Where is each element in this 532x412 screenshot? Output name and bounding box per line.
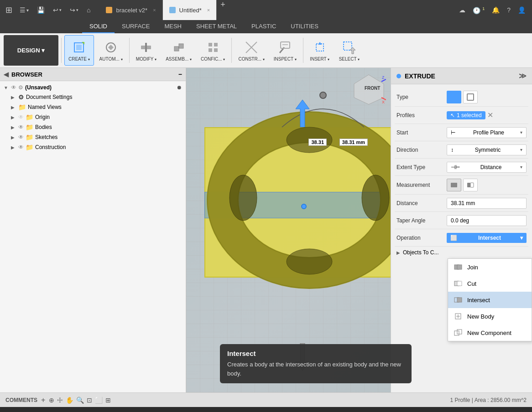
visibility-icon-sketches[interactable]: 👁: [18, 134, 24, 140]
extent-type-dropdown[interactable]: ⊣⊢ Distance ▾: [447, 162, 527, 173]
menu-item-cut[interactable]: Cut: [448, 275, 532, 292]
menu-item-intersect[interactable]: Intersect: [448, 292, 532, 308]
taper-row: Taper Angle 0.0 deg: [395, 212, 528, 229]
settings-icon-root[interactable]: ⚙: [18, 84, 23, 91]
add-comment-button[interactable]: +: [41, 396, 45, 404]
home-button[interactable]: ⌂: [84, 5, 93, 15]
tree-item-doc-settings[interactable]: ▶ ⚙ Document Settings: [0, 92, 186, 102]
tab-bracelet[interactable]: bracelet v2* ×: [99, 0, 162, 20]
record-icon[interactable]: ⏺: [177, 84, 182, 91]
save-button[interactable]: 💾: [34, 5, 47, 15]
tree-item-sketches[interactable]: ▶ 👁 📁 Sketches: [0, 132, 186, 142]
type-surface-button[interactable]: [463, 91, 478, 103]
type-solid-button[interactable]: [447, 91, 461, 103]
start-dropdown[interactable]: ⊢ Profile Plane ▾: [447, 127, 527, 138]
tab-close-icon2[interactable]: ×: [207, 7, 210, 13]
tab-solid[interactable]: SOLID: [82, 20, 115, 33]
file-dropdown-arrow: ▾: [26, 8, 29, 13]
tree-item-named-views[interactable]: ▶ 📁 Named Views: [0, 102, 186, 112]
main-area: ◀ BROWSER − ▼ 👁 ⚙ (Unsaved) ⏺ ▶ ⚙ Docume…: [0, 68, 532, 392]
configure-tool[interactable]: CONFIC... ▾: [197, 35, 229, 66]
intersect-tooltip: Intersect Creates a body at the intersec…: [220, 344, 412, 383]
automate-tool[interactable]: AUTOM... ▾: [96, 35, 126, 66]
user-avatar[interactable]: 👤: [515, 5, 528, 15]
cloud-icon[interactable]: ☁: [456, 5, 468, 15]
browser-collapse-button[interactable]: ◀: [4, 71, 9, 78]
tab-utilities[interactable]: UTILITIES: [283, 20, 326, 33]
navigation-cube[interactable]: FRONT Z X: [352, 72, 386, 107]
create-tool[interactable]: CREATE ▾: [64, 35, 94, 66]
toolbar-row: DESIGN ▾ CREATE ▾ AUTOM... ▾ MODIFY ▾ AS…: [0, 33, 532, 68]
file-menu-button[interactable]: ☰ ▾: [17, 5, 31, 15]
profiles-value: 1 selected: [457, 112, 482, 118]
direction-dropdown[interactable]: ↕ Symmetric ▾: [447, 144, 527, 155]
svg-marker-20: [350, 47, 355, 54]
tab-sheet-metal[interactable]: SHEET METAL: [189, 20, 244, 33]
grid-view-icon[interactable]: ⊞: [105, 397, 111, 404]
visibility-icon-root[interactable]: 👁: [11, 84, 16, 91]
help-icon[interactable]: ?: [504, 5, 513, 15]
pan-icon[interactable]: ✋: [66, 397, 73, 404]
toolbar-divider: [61, 38, 62, 63]
grid-icon[interactable]: ⊞: [4, 3, 14, 17]
zoom-icon[interactable]: 🔍: [76, 397, 84, 404]
display-icon[interactable]: ⬜: [95, 397, 103, 404]
inspect-tool[interactable]: INSPECT ▾: [270, 35, 300, 66]
svg-rect-47: [457, 298, 462, 302]
move-icon[interactable]: ☩: [57, 397, 63, 404]
operation-dropdown[interactable]: ⬜ Intersect ▾: [447, 233, 527, 243]
fit-icon[interactable]: ⊡: [87, 397, 92, 404]
redo-button[interactable]: ↪ ▾: [67, 5, 81, 15]
viewport[interactable]: 38.31 38.31 mm FRONT Z X EXTRUDE: [186, 68, 532, 392]
tree-label-views: Named Views: [28, 104, 62, 110]
objects-to-cut-row[interactable]: ▶ Objects To C...: [395, 247, 528, 258]
notifications-icon[interactable]: 🔔: [489, 5, 502, 15]
browser-content: ▼ 👁 ⚙ (Unsaved) ⏺ ▶ ⚙ Document Settings …: [0, 81, 186, 392]
settings-folder-icon: ⚙: [18, 93, 24, 101]
history-icon[interactable]: 🕐 1: [470, 5, 487, 16]
tree-item-bodies[interactable]: ▶ 👁 📁 Bodies: [0, 122, 186, 132]
construction-folder-icon: 📁: [26, 144, 33, 151]
tree-item-construction[interactable]: ▶ 👁 📁 Construction: [0, 142, 186, 152]
extrude-panel: EXTRUDE ≫ Type: [391, 68, 532, 392]
assemble-tool[interactable]: ASSEMB... ▾: [162, 35, 195, 66]
toolbar-divider3: [231, 38, 232, 63]
measurement-whole-button[interactable]: [447, 179, 461, 191]
measurement-half-button[interactable]: [463, 179, 478, 191]
profiles-selected-badge[interactable]: ↖ 1 selected: [447, 111, 485, 119]
transform-icon[interactable]: ⊕: [49, 397, 54, 404]
start-row: Start ⊢ Profile Plane ▾: [395, 124, 528, 141]
select-tool[interactable]: SELECT ▾: [335, 35, 364, 66]
design-button[interactable]: DESIGN ▾: [4, 35, 58, 66]
undo-button[interactable]: ↩ ▾: [50, 5, 64, 15]
menu-item-join[interactable]: Join: [448, 259, 532, 275]
menu-item-new-body[interactable]: New Body: [448, 308, 532, 324]
tree-item-origin[interactable]: ▶ 👁 📁 Origin: [0, 112, 186, 122]
origin-folder-icon: 📁: [26, 113, 33, 121]
tree-item-root[interactable]: ▼ 👁 ⚙ (Unsaved) ⏺: [0, 83, 186, 92]
menu-item-new-component[interactable]: New Component: [448, 324, 532, 341]
extrude-expand-button[interactable]: ≫: [519, 72, 527, 80]
tab-mesh[interactable]: MESH: [157, 20, 189, 33]
toolbar-tabs: SOLID SURFACE MESH SHEET METAL PLASTIC U…: [0, 20, 532, 33]
add-tab-button[interactable]: +: [217, 0, 229, 20]
modify-tool[interactable]: MODIFY ▾: [132, 35, 161, 66]
distance-input[interactable]: 38.31 mm: [447, 198, 527, 209]
insert-tool[interactable]: INSERT ▾: [306, 35, 334, 66]
start-value: Profile Plane: [473, 129, 504, 136]
direction-dropdown-arrow: ▾: [520, 147, 522, 152]
visibility-icon-construction[interactable]: 👁: [18, 144, 24, 150]
taper-input[interactable]: 0.0 deg: [447, 215, 527, 226]
extrude-direction-up-arrow[interactable]: [296, 100, 309, 129]
visibility-icon-bodies[interactable]: 👁: [18, 124, 24, 130]
profiles-clear-button[interactable]: ✕: [487, 111, 493, 119]
svg-point-25: [362, 175, 389, 221]
tab-untitled[interactable]: Untitled* ×: [163, 0, 217, 20]
tab-surface[interactable]: SURFACE: [115, 20, 157, 33]
construct-tool[interactable]: CONSTR... ▾: [235, 35, 268, 66]
tab-close-icon[interactable]: ×: [153, 7, 156, 13]
comments-button[interactable]: COMMENTS: [5, 397, 37, 403]
tab-plastic[interactable]: PLASTIC: [244, 20, 283, 33]
visibility-icon-origin[interactable]: 👁: [18, 114, 24, 120]
browser-minus-button[interactable]: −: [178, 71, 182, 78]
